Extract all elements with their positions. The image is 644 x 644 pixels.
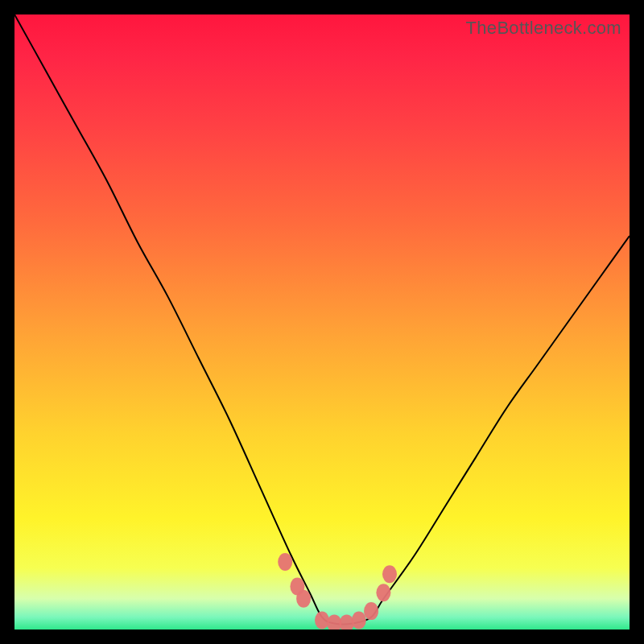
- plot-area: TheBottleneck.com: [14, 14, 630, 630]
- chart-frame: TheBottleneck.com: [0, 0, 644, 644]
- marker-right-cluster: [364, 602, 378, 620]
- bottleneck-curve: [14, 14, 630, 624]
- marker-left-cluster: [278, 553, 292, 571]
- marker-trough: [315, 612, 329, 630]
- marker-right-cluster: [376, 584, 390, 601]
- marker-left-cluster: [296, 590, 311, 608]
- marker-trough: [340, 614, 354, 630]
- marker-trough: [327, 614, 341, 630]
- marker-right-cluster: [382, 565, 397, 583]
- chart-svg: [14, 14, 630, 630]
- marker-trough: [352, 612, 366, 630]
